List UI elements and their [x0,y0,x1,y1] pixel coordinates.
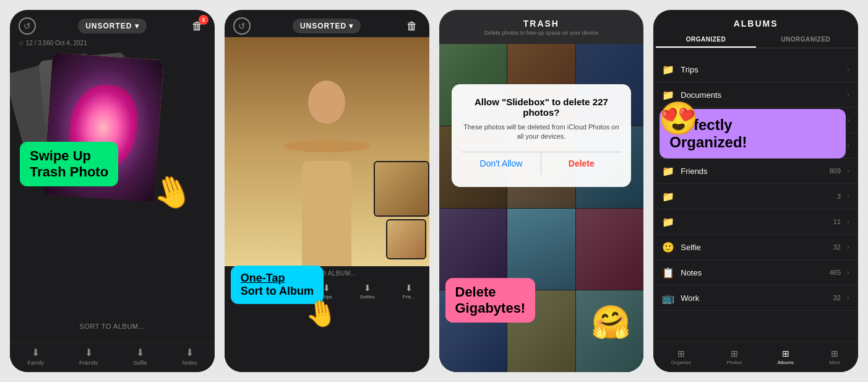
trash-icon[interactable]: 🗑 3 [189,17,206,35]
panel3-trash: TRASH Delete photos to free-up space on … [439,10,644,372]
unsorted-button-p2[interactable]: UNSORTED ▾ [293,19,361,33]
album-row-selfie[interactable]: 🙂 Selfie 32 › [653,235,858,260]
smile-emoji: 🤗 [591,303,631,341]
albums-header: ALBUMS [653,10,858,32]
mini-photo-overlay [374,161,429,259]
chevron-icon-9: › [847,268,849,277]
folder-icon-5: 📁 [662,165,674,177]
nav-albums[interactable]: ⊞ Albums [777,349,794,365]
undo-icon-p2[interactable]: ↺ [233,17,251,35]
trash-icon-p2[interactable]: 🗑 [403,17,421,35]
chevron-icon: › [847,65,849,74]
grid-photo-9 [576,209,644,290]
chevron-icon-10: › [847,293,849,302]
tab-family[interactable]: ⬇ Family [28,347,45,366]
woman-photo-area [225,37,429,266]
swipe-up-label: Swipe Up Trash Photo [20,142,118,186]
album-row-blank2[interactable]: 📁 11 › [653,209,858,235]
subtitle-row: ☆ 12 / 3,560 Oct 4, 2021 [10,38,215,50]
album-row-trips[interactable]: 📁 Trips › [653,57,858,82]
tabs-row: ORGANIZED UNORGANIZED [656,32,856,48]
mini-photo-small [386,219,426,259]
album-row-work[interactable]: 📺 Work 32 › [653,285,858,311]
panel4-albums: ALBUMS ORGANIZED UNORGANIZED 📁 Trips › 📁… [653,10,858,372]
nav-organize[interactable]: ⊞ Organize [671,349,691,365]
trash-header: TRASH Delete photos to free-up space on … [439,10,644,38]
download-icon-3: ⬇ [136,347,144,358]
album-tab-friends[interactable]: ⬇ Frie... [403,283,415,300]
download-icon-2: ⬇ [85,347,93,358]
woman-figure [290,80,364,266]
chevron-icon-7: › [847,217,849,226]
woman-hat [283,140,370,152]
tab-unorganized[interactable]: UNORGANIZED [756,32,856,48]
smiley-icon: 🙂 [662,241,674,253]
trash-title: TRASH [445,19,638,28]
alert-title: Allow "Slidebox" to delete 227 photos? [462,97,622,118]
download-icon-selfies: ⬇ [364,283,371,293]
hand2-emoji: 🤚 [303,296,340,331]
chevron-icon-4: › [847,141,849,150]
tab-friends[interactable]: ⬇ Friends [79,347,98,366]
album-tab-selfies[interactable]: ⬇ Selfies [360,283,375,300]
chevron-icon-8: › [847,243,849,251]
chevron-icon-2: › [847,90,849,99]
download-icon-4: ⬇ [186,347,194,358]
bottom-tabs: ⬇ Family ⬇ Friends ⬇ Selfie ⬇ Notes [10,342,215,372]
folder-icon-2: 📁 [662,89,674,101]
trash-badge: 3 [199,15,208,25]
mini-photo-big [374,161,429,217]
tab-notes[interactable]: ⬇ Notes [183,347,197,366]
chevron-icon-6: › [847,192,849,201]
folder-icon: 📁 [662,63,674,76]
dont-allow-button[interactable]: Don't Allow [462,152,542,175]
woman-head [308,80,345,124]
trash-subtitle: Delete photos to free-up space on your d… [445,30,638,36]
download-icon-trips: ⬇ [323,283,330,293]
alert-dialog: Allow "Slidebox" to delete 227 photos? T… [452,84,632,187]
delete-gigabytes-label: Delete Gigabytes! [445,278,536,323]
photos-icon: ⊞ [731,349,738,358]
download-icon: ⬇ [32,347,40,358]
notes-icon: 📋 [662,266,674,279]
love-emoji: 😍 [658,100,698,137]
organize-icon: ⊞ [677,349,685,358]
panel1-swipe-up: ↺ UNSORTED ▾ 🗑 3 ☆ 12 / 3,560 Oct 4, 202… [10,10,215,372]
woman-body [302,161,351,266]
albums-icon: ⊞ [782,349,789,358]
folder-icon-6: 📁 [662,190,674,202]
tab-selfie[interactable]: ⬇ Selfie [133,347,147,366]
delete-button[interactable]: Delete [541,152,621,175]
album-row-notes[interactable]: 📋 Notes 465 › [653,260,858,285]
chevron-icon-5: › [847,167,849,175]
nav-more[interactable]: ⊞ More [829,349,840,365]
onetap-sort-label: One-Tap Sort to Album [231,266,324,304]
panel2-top-bar: ↺ UNSORTED ▾ 🗑 [225,10,429,38]
tab-organized[interactable]: ORGANIZED [656,32,755,48]
panel1-top-bar: ↺ UNSORTED ▾ 🗑 3 [10,10,215,38]
unsorted-button[interactable]: UNSORTED ▾ [78,19,146,33]
sort-bar: SORT TO ALBUM... [10,323,215,330]
photo-stack-area: Swipe Up Trash Photo 🤚 [14,50,211,261]
alert-buttons: Don't Allow Delete [462,152,622,175]
album-row-friends[interactable]: 📁 Friends 809 › [653,158,858,184]
undo-icon[interactable]: ↺ [19,17,36,35]
folder-icon-7: 📁 [662,215,674,228]
album-row-blank1[interactable]: 📁 3 › [653,184,858,209]
alert-body: These photos will be deleted from iCloud… [462,123,622,142]
nav-photos[interactable]: ⊞ Photos [726,349,742,365]
chevron-icon-3: › [847,116,849,124]
screenshots-container: ↺ UNSORTED ▾ 🗑 3 ☆ 12 / 3,560 Oct 4, 202… [0,0,868,382]
work-icon: 📺 [662,292,674,304]
download-icon-friends: ⬇ [405,283,413,293]
more-icon: ⊞ [831,349,838,358]
panel4-bottom-nav: ⊞ Organize ⊞ Photos ⊞ Albums ⊞ More [653,341,858,372]
panel2-sort-album: ↺ UNSORTED ▾ 🗑 ☆ 12 / 3,560 Oct 4, 2021 [225,10,429,372]
